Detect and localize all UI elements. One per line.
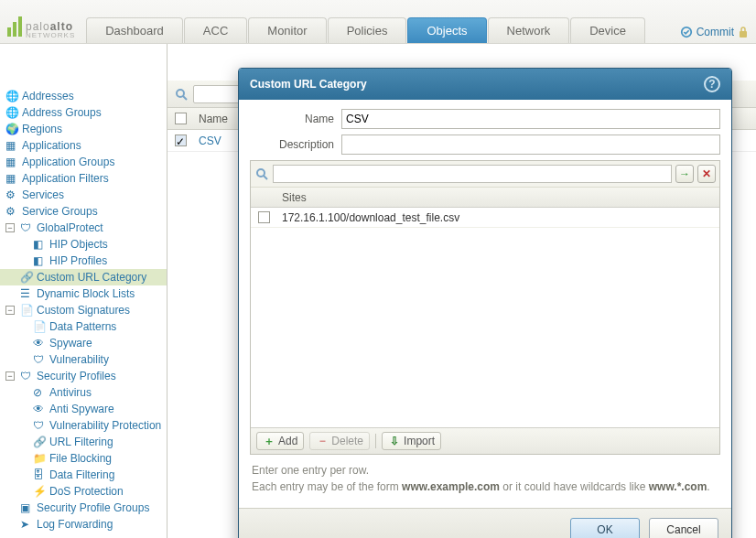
tree-services[interactable]: ⚙Services	[0, 187, 167, 203]
description-input[interactable]	[341, 134, 720, 155]
tree-service-groups[interactable]: ⚙Service Groups	[0, 203, 167, 220]
search-clear-button[interactable]: ✕	[697, 165, 716, 183]
hint-text: Enter one entry per row. Each entry may …	[250, 455, 720, 499]
shield-icon: 🛡	[20, 221, 33, 234]
log-icon: ➤	[20, 518, 33, 531]
dos-icon: ⚡	[33, 485, 46, 498]
tree-vulnerability-protection[interactable]: 🛡Vulnerability Protection	[0, 417, 167, 434]
svg-line-5	[264, 176, 267, 179]
tab-acc[interactable]: ACC	[184, 17, 247, 43]
tree-addresses[interactable]: 🌐Addresses	[0, 88, 167, 104]
svg-rect-1	[740, 31, 747, 38]
tab-dashboard[interactable]: Dashboard	[86, 17, 183, 43]
description-label: Description	[250, 138, 341, 151]
apps-icon: ▦	[5, 156, 18, 168]
globes-icon: 🌐	[5, 106, 18, 119]
brand-subtitle: NETWORKS	[26, 31, 75, 39]
tree-url-filtering[interactable]: 🔗URL Filtering	[0, 434, 167, 450]
commit-label: Commit	[697, 26, 734, 38]
column-name: Name	[193, 113, 228, 125]
collapse-icon[interactable]: −	[5, 371, 15, 381]
separator	[375, 434, 376, 448]
search-icon	[175, 88, 188, 101]
tree-hip-objects[interactable]: ◧HIP Objects	[0, 236, 167, 253]
ok-button[interactable]: OK	[570, 518, 640, 538]
tab-objects[interactable]: Objects	[407, 17, 486, 43]
tab-monitor[interactable]: Monitor	[248, 17, 326, 43]
tree-log-forwarding[interactable]: ➤Log Forwarding	[0, 516, 167, 533]
url-icon: 🔗	[33, 436, 46, 448]
sites-column-header: Sites	[276, 191, 307, 204]
tree-address-groups[interactable]: 🌐Address Groups	[0, 104, 167, 121]
nav-tree: 🌐Addresses 🌐Address Groups 🌍Regions ▦App…	[0, 44, 167, 538]
tree-security-profile-groups[interactable]: ▣Security Profile Groups	[0, 500, 167, 516]
tree-hip-profiles[interactable]: ◧HIP Profiles	[0, 253, 167, 269]
brand-logo: paloalto NETWORKS	[7, 14, 75, 39]
collapse-icon[interactable]: −	[5, 306, 15, 315]
gears-icon: ⚙	[5, 205, 18, 218]
search-icon	[254, 167, 269, 181]
sites-panel: → ✕ Sites 172.16.1.100/download_test_fil…	[250, 160, 720, 455]
tree-anti-spyware[interactable]: 👁Anti Spyware	[0, 401, 167, 417]
import-icon: ⇩	[388, 435, 401, 447]
cancel-button[interactable]: Cancel	[649, 518, 718, 538]
sites-list: 172.16.1.100/download_test_file.csv	[251, 208, 719, 427]
lock-icon	[738, 26, 749, 38]
tree-file-blocking[interactable]: 📁File Blocking	[0, 450, 167, 467]
url-icon: 🔗	[20, 271, 33, 284]
svg-point-4	[257, 169, 265, 177]
select-all-checkbox[interactable]	[175, 113, 187, 124]
row-checkbox[interactable]: ✓	[175, 134, 187, 146]
tree-dos-protection[interactable]: ⚡DoS Protection	[0, 483, 167, 500]
add-button[interactable]: ＋Add	[256, 432, 304, 450]
tree-custom-signatures[interactable]: −📄Custom Signatures	[0, 302, 167, 318]
tree-spyware[interactable]: 👁Spyware	[0, 335, 167, 351]
site-url: 172.16.1.100/download_test_file.csv	[276, 211, 459, 224]
apps-icon: ▦	[5, 139, 18, 152]
collapse-icon[interactable]: −	[5, 223, 15, 232]
tree-custom-url-category[interactable]: 🔗Custom URL Category	[0, 269, 167, 285]
main-tabs: Dashboard ACC Monitor Policies Objects N…	[86, 17, 645, 43]
svg-line-3	[183, 96, 187, 100]
name-label: Name	[250, 113, 341, 125]
tree-vulnerability[interactable]: 🛡Vulnerability	[0, 351, 167, 368]
name-input[interactable]	[341, 109, 720, 129]
tree-application-filters[interactable]: ▦Application Filters	[0, 170, 167, 187]
commit-link[interactable]: Commit	[680, 26, 749, 38]
gear-icon: ⚙	[5, 188, 18, 201]
tree-security-profiles[interactable]: −🛡Security Profiles	[0, 368, 167, 384]
tab-policies[interactable]: Policies	[328, 17, 407, 43]
row-name[interactable]: CSV	[193, 134, 221, 147]
tree-dynamic-block-lists[interactable]: ☰Dynamic Block Lists	[0, 285, 167, 302]
sites-search-input[interactable]	[273, 165, 672, 183]
doc-icon: 📄	[33, 320, 46, 333]
spy-icon: 👁	[33, 337, 46, 350]
tab-device[interactable]: Device	[570, 17, 645, 43]
tree-data-patterns[interactable]: 📄Data Patterns	[0, 318, 167, 335]
import-button[interactable]: ⇩Import	[382, 432, 441, 450]
apps-icon: ▦	[5, 172, 18, 185]
tree-data-filtering[interactable]: 🗄Data Filtering	[0, 467, 167, 483]
tree-globalprotect[interactable]: −🛡GlobalProtect	[0, 220, 167, 236]
site-row[interactable]: 172.16.1.100/download_test_file.csv	[251, 208, 719, 228]
globe-icon: 🌍	[5, 123, 18, 135]
delete-button[interactable]: −Delete	[309, 432, 370, 450]
list-icon: ☰	[20, 287, 33, 300]
site-checkbox[interactable]	[258, 211, 270, 223]
tree-application-groups[interactable]: ▦Application Groups	[0, 154, 167, 170]
hip-icon: ◧	[33, 238, 46, 251]
shield-icon: 🛡	[33, 419, 46, 432]
group-icon: ▣	[20, 501, 33, 514]
tree-applications[interactable]: ▦Applications	[0, 137, 167, 154]
dialog-title: Custom URL Category	[250, 78, 367, 91]
svg-point-2	[177, 90, 184, 97]
hip-icon: ◧	[33, 254, 46, 267]
help-icon[interactable]: ?	[704, 76, 720, 92]
dialog-custom-url-category: Custom URL Category ? Name Description →…	[238, 68, 732, 538]
search-go-button[interactable]: →	[675, 165, 694, 183]
tree-regions[interactable]: 🌍Regions	[0, 121, 167, 137]
tree-antivirus[interactable]: ⊘Antivirus	[0, 384, 167, 401]
dialog-titlebar[interactable]: Custom URL Category ?	[239, 69, 731, 100]
spy-icon: 👁	[33, 403, 46, 415]
tab-network[interactable]: Network	[488, 17, 570, 43]
